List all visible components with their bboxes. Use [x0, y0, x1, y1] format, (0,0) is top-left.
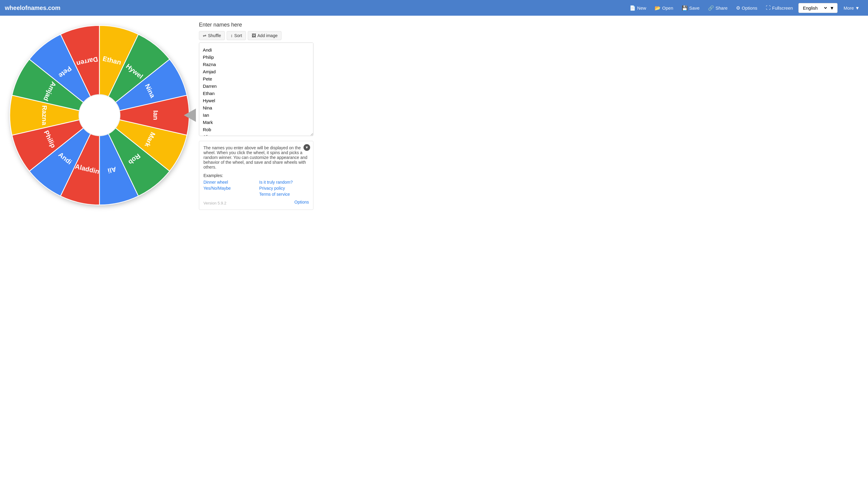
is-random-link[interactable]: Is it truly random? — [259, 180, 309, 185]
names-textarea[interactable]: Andi Philip Razna Amjad Pete Darren Etha… — [199, 42, 313, 136]
open-icon: 📂 — [655, 5, 660, 11]
info-collapse-button[interactable]: ▼ — [303, 144, 310, 151]
new-icon: 📄 — [630, 5, 636, 11]
sort-icon: ↕ — [231, 33, 233, 38]
language-dropdown[interactable]: English — [802, 5, 828, 11]
options-icon: ⚙ — [736, 5, 740, 11]
open-label: Open — [662, 5, 673, 11]
save-icon: 💾 — [682, 5, 688, 11]
options-button[interactable]: ⚙ Options — [733, 3, 761, 13]
save-label: Save — [689, 5, 699, 11]
share-button[interactable]: 🔗 Share — [705, 3, 731, 13]
save-button[interactable]: 💾 Save — [679, 3, 703, 13]
toolbar: ⇌ Shuffle ↕ Sort 🖼 Add image — [199, 31, 313, 40]
more-button[interactable]: More ▼ — [840, 4, 863, 12]
right-panel: Enter names here ⇌ Shuffle ↕ Sort 🖼 Add … — [199, 22, 313, 210]
fullscreen-icon: ⛶ — [766, 5, 771, 11]
open-button[interactable]: 📂 Open — [652, 3, 676, 13]
more-chevron-icon: ▼ — [855, 5, 860, 11]
sort-button[interactable]: ↕ Sort — [226, 31, 246, 40]
new-button[interactable]: 📄 New — [627, 3, 649, 13]
fullscreen-button[interactable]: ⛶ Fullscreen — [763, 3, 796, 12]
header: wheelofnames.com 📄 New 📂 Open 💾 Save 🔗 S… — [0, 0, 868, 16]
examples-label: Examples: — [203, 173, 223, 178]
yes-no-link[interactable]: Yes/No/Maybe — [203, 186, 253, 191]
wheel-center — [79, 95, 120, 136]
share-label: Share — [715, 5, 728, 11]
language-selector[interactable]: English ▼ — [798, 3, 837, 13]
enter-names-title: Enter names here — [199, 22, 313, 28]
shuffle-label: Shuffle — [208, 33, 221, 38]
wheel-svg[interactable]: AndiPhilipRaznaAmjadPeteDarrenEthanHywel… — [6, 22, 193, 209]
shuffle-button[interactable]: ⇌ Shuffle — [199, 31, 225, 40]
add-image-button[interactable]: 🖼 Add image — [248, 31, 281, 40]
add-image-label: Add image — [257, 33, 278, 38]
more-label: More — [844, 5, 854, 11]
version-text: Version 5.9.2 — [203, 201, 226, 205]
dinner-wheel-link[interactable]: Dinner wheel — [203, 180, 253, 185]
share-icon: 🔗 — [708, 5, 714, 11]
image-icon: 🖼 — [252, 33, 256, 38]
examples-section: Examples: Dinner wheel Is it truly rando… — [203, 173, 309, 205]
options-label: Options — [742, 5, 757, 11]
shuffle-icon: ⇌ — [203, 33, 206, 38]
new-label: New — [637, 5, 646, 11]
sort-label: Sort — [234, 33, 242, 38]
options-link[interactable]: Options — [294, 200, 309, 205]
chevron-down-icon: ▼ — [830, 5, 834, 11]
wheel-pointer — [184, 109, 196, 122]
privacy-link[interactable]: Privacy policy — [259, 186, 309, 191]
logo: wheelofnames.com — [5, 4, 61, 12]
fullscreen-label: Fullscreen — [772, 5, 793, 11]
wheel-segment-label: Razna — [41, 105, 48, 125]
info-box: ▼ The names you enter above will be disp… — [199, 141, 313, 210]
main-content: AndiPhilipRaznaAmjadPeteDarrenEthanHywel… — [0, 16, 868, 216]
terms-link[interactable]: Terms of service — [259, 192, 309, 197]
info-description: The names you enter above will be displa… — [203, 145, 309, 170]
wheel-container[interactable]: AndiPhilipRaznaAmjadPeteDarrenEthanHywel… — [6, 22, 193, 209]
wheel-segment-label: Ian — [152, 110, 159, 120]
examples-grid: Dinner wheel Is it truly random? Yes/No/… — [203, 180, 309, 197]
